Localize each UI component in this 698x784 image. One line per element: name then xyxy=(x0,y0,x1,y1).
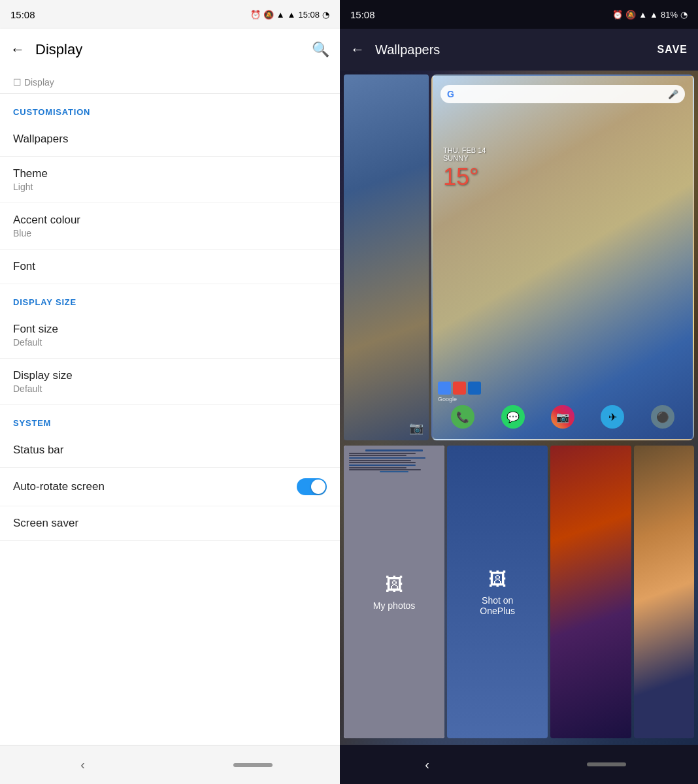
accent-title: Accent colour xyxy=(13,214,80,227)
auto-rotate-toggle[interactable] xyxy=(297,478,327,495)
status-bar-left: 15:08 ⏰ 🔕 ▲ ▲ 15:08 ◔ xyxy=(0,0,340,29)
wallpapers-item[interactable]: Wallpapers xyxy=(0,122,340,157)
app-phone-icon: 📞 xyxy=(451,405,474,429)
signal-icon: ▲ xyxy=(288,10,296,20)
wallpapers-title: Wallpapers xyxy=(13,133,68,146)
font-size-item-text: Font size Default xyxy=(13,323,58,348)
theme-title: Theme xyxy=(13,167,48,180)
top-row-wallpapers: 📷 G 🎤 THU, FEB 14 SUNNY 15° xyxy=(344,74,694,440)
display-size-title: Display size xyxy=(13,369,73,382)
wallpapers-panel: 15:08 ⏰ 🔕 ▲ ▲ 81% ◔ ← Wallpapers SAVE 📷 xyxy=(340,0,698,784)
accent-subtitle: Blue xyxy=(13,228,80,238)
font-size-title: Font size xyxy=(13,323,58,336)
font-size-item[interactable]: Font size Default xyxy=(0,312,340,359)
phone-app-grid: Google xyxy=(438,382,481,402)
back-button-right[interactable]: ← xyxy=(350,41,365,58)
theme-item-text: Theme Light xyxy=(13,167,48,192)
battery-text-right: 81% xyxy=(661,10,678,20)
app-telegram-icon: ✈ xyxy=(601,405,624,429)
app-instagram-icon: 📷 xyxy=(551,405,574,429)
wifi-icon-right: ▲ xyxy=(639,10,647,20)
phone-dock: 📞 💬 📷 ✈ ⚫ xyxy=(433,405,693,429)
accent-item-text: Accent colour Blue xyxy=(13,214,80,238)
phone-search-bar: G 🎤 xyxy=(440,85,685,103)
alarm-icon-right: ⏰ xyxy=(612,10,623,20)
small-thumb-bg xyxy=(344,74,429,440)
wallpaper-thumb-small[interactable]: 📷 xyxy=(344,74,429,440)
customisation-section-header: CUSTOMISATION xyxy=(0,94,340,122)
display-size-subtitle: Default xyxy=(13,384,73,394)
font-item-text: Font xyxy=(13,260,35,273)
alarm-icon: ⏰ xyxy=(250,10,261,20)
nav-bar-right: ‹ xyxy=(340,745,698,784)
google-logo: G xyxy=(447,89,454,99)
wallpapers-item-text: Wallpapers xyxy=(13,133,68,146)
toggle-knob xyxy=(311,480,325,494)
screen-saver-item-text: Screen saver xyxy=(13,517,78,530)
display-size-item-text: Display size Default xyxy=(13,369,73,394)
app-icon-gmail xyxy=(453,382,466,395)
my-photos-tile[interactable]: 🖼 My photos xyxy=(344,446,444,738)
accent-colour-item[interactable]: Accent colour Blue xyxy=(0,203,340,250)
wifi-icon: ▲ xyxy=(276,10,285,20)
status-icons-left: ⏰ 🔕 ▲ ▲ 15:08 ◔ xyxy=(250,10,329,20)
display-settings-panel: 15:08 ⏰ 🔕 ▲ ▲ 15:08 ◔ ← Display 🔍 ☐ Disp… xyxy=(0,0,340,784)
app-camera-icon: ⚫ xyxy=(651,405,674,429)
bottom-row-wallpapers: 🖼 My photos 🖼 Shot onOnePlus xyxy=(344,446,694,738)
app-whatsapp-icon: 💬 xyxy=(501,405,525,429)
phone-preview-wallpaper[interactable]: G 🎤 THU, FEB 14 SUNNY 15° xyxy=(431,74,694,440)
status-bar-title: Status bar xyxy=(13,444,64,457)
screen-saver-item[interactable]: Screen saver xyxy=(0,506,340,541)
settings-list: CUSTOMISATION Wallpapers Theme Light Acc… xyxy=(0,94,340,745)
back-button-left[interactable]: ← xyxy=(10,41,25,58)
header-left: ← Display xyxy=(10,41,82,58)
status-bar-item[interactable]: Status bar xyxy=(0,433,340,468)
shot-on-label: Shot onOnePlus xyxy=(480,595,515,616)
search-icon-left[interactable]: 🔍 xyxy=(312,41,329,58)
scroll-hint-text: ☐ Display xyxy=(13,77,54,88)
status-time-right: 15:08 xyxy=(350,9,375,20)
google-label: Google xyxy=(438,396,481,402)
nav-back-right[interactable]: ‹ xyxy=(412,751,442,779)
nav-bar-left: ‹ xyxy=(0,745,340,784)
app-icon-blue xyxy=(468,382,481,395)
app-icon-google xyxy=(438,382,451,395)
nav-home-indicator-right[interactable] xyxy=(587,762,626,766)
auto-rotate-title: Auto-rotate screen xyxy=(13,480,105,493)
font-item[interactable]: Font xyxy=(0,250,340,284)
battery-icon: ◔ xyxy=(322,10,329,20)
mute-icon-right: 🔕 xyxy=(625,10,636,20)
phone-date: THU, FEB 14 SUNNY xyxy=(443,146,682,162)
phone-temperature: 15° xyxy=(443,163,682,191)
shot-on-oneplus-tile[interactable]: 🖼 Shot onOnePlus xyxy=(447,446,548,738)
my-photos-label: My photos xyxy=(373,600,416,611)
font-size-subtitle: Default xyxy=(13,337,58,348)
status-time-left: 15:08 xyxy=(10,9,35,20)
system-section-header: SYSTEM xyxy=(0,405,340,433)
phone-ui: G 🎤 THU, FEB 14 SUNNY 15° xyxy=(433,76,693,439)
screen-saver-title: Screen saver xyxy=(13,517,78,530)
abstract-wallpaper-1[interactable] xyxy=(550,446,631,738)
battery-text: 15:08 xyxy=(298,10,320,20)
theme-item[interactable]: Theme Light xyxy=(0,157,340,203)
camera-icon-thumb: 📷 xyxy=(409,421,424,435)
status-icons-right: ⏰ 🔕 ▲ ▲ 81% ◔ xyxy=(612,10,688,20)
save-button[interactable]: SAVE xyxy=(657,44,688,56)
font-title: Font xyxy=(13,260,35,273)
auto-rotate-item-text: Auto-rotate screen xyxy=(13,480,105,493)
nav-home-indicator-left[interactable] xyxy=(233,763,273,767)
page-title-left: Display xyxy=(35,41,82,58)
display-size-section-header: DISPLAY SIZE xyxy=(0,284,340,312)
my-photos-icon: 🖼 xyxy=(385,574,403,595)
abstract-wallpaper-2[interactable] xyxy=(634,446,694,738)
nav-back-left[interactable]: ‹ xyxy=(67,751,98,779)
status-bar-item-text: Status bar xyxy=(13,444,64,457)
wallpapers-title: Wallpapers xyxy=(375,42,440,57)
mute-icon: 🔕 xyxy=(263,10,274,20)
auto-rotate-item[interactable]: Auto-rotate screen xyxy=(0,468,340,506)
wallpaper-grid: 📷 G 🎤 THU, FEB 14 SUNNY 15° xyxy=(340,71,698,745)
wallpapers-header: ← Wallpapers SAVE xyxy=(340,29,698,71)
display-header: ← Display 🔍 xyxy=(0,29,340,71)
my-photos-overlay: 🖼 My photos xyxy=(344,446,444,738)
display-size-item[interactable]: Display size Default xyxy=(0,359,340,405)
